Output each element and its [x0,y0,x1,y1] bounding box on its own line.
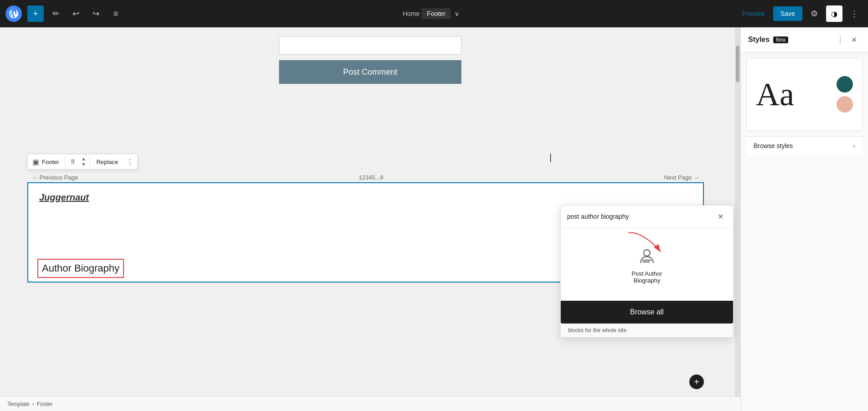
inserter-footer-note: blocks for the whole site. [561,324,733,337]
canvas-scrollbar[interactable] [735,27,740,411]
post-comment-section: Post Comment [0,27,740,84]
main-layout: Post Comment ▣ Footer ⠿ ▲ ▼ Replace [0,27,868,411]
toolbar: + ✏ ↩ ↪ ≡ Home Footer ∨ Preview Save ⚙ ◑… [0,0,868,27]
toolbar-right: Preview Save ⚙ ◑ ⋮ [738,5,863,22]
more-icon: ⋮ [850,9,858,19]
add-block-footer-button[interactable]: + [689,375,704,389]
breadcrumb-sep: › [32,401,34,407]
redo-button[interactable]: ↪ [88,5,104,22]
peach-color-dot [837,96,853,113]
comment-input[interactable] [279,36,461,55]
browse-styles-row[interactable]: Browse styles › [746,136,863,155]
move-up-down[interactable]: ▲ ▼ [80,155,88,168]
author-bio-highlight-box: Author Biography [37,259,124,278]
breadcrumb-chevron[interactable]: ∨ [455,10,459,17]
settings-button[interactable]: ⚙ [806,5,822,22]
footer-block-icon: ▣ [32,158,39,166]
inserter-search-input[interactable] [567,213,710,220]
block-inserter-popup: ✕ Post AuthorBiography [560,205,734,338]
scrollbar-thumb [736,46,739,82]
toolbar-divider-2 [89,155,90,168]
breadcrumb-center: Home Footer ∨ [128,8,734,19]
breadcrumb-template[interactable]: Template [7,401,30,407]
contrast-icon: ◑ [831,10,837,18]
beta-badge: Beta [773,36,788,43]
svg-point-0 [644,250,650,256]
styles-preview[interactable]: Aa [746,58,863,131]
wordpress-logo[interactable] [5,5,22,22]
block-type-indicator[interactable]: ▣ Footer [29,156,63,168]
replace-button[interactable]: Replace [92,157,123,167]
menu-button[interactable]: ≡ [108,5,124,22]
post-author-bio-icon [636,245,658,267]
save-button[interactable]: Save [773,6,802,21]
up-icon: ▲ [82,156,86,162]
block-label: Footer [42,159,59,165]
block-more-button[interactable]: ⋮ [124,156,136,168]
teal-color-dot [837,76,853,92]
styles-title: Styles [748,36,770,44]
pen-button[interactable]: ✏ [47,5,64,22]
undo-button[interactable]: ↩ [67,5,84,22]
pagination-row: ← Previous Page 12345...8 Next Page → [27,174,704,181]
post-author-bio-name[interactable]: Post AuthorBiography [631,270,662,284]
inserter-content: Post AuthorBiography [561,228,733,301]
block-toolbar: ▣ Footer ⠿ ▲ ▼ Replace ⋮ [27,154,138,170]
breadcrumb-footer-item[interactable]: Footer [37,401,53,407]
browse-styles-chevron: › [853,142,855,149]
browse-all-button[interactable]: Browse all [561,301,733,324]
cursor: | [549,152,554,159]
add-block-button[interactable]: + [27,5,44,22]
preview-button[interactable]: Preview [738,7,770,20]
inserter-footer-text: blocks for the whole site. [568,327,628,334]
drag-handle[interactable]: ⠿ [67,157,79,167]
pagination-numbers: 12345...8 [359,174,383,181]
breadcrumb-home[interactable]: Home [403,10,419,17]
styles-aa-text: Aa [756,78,794,111]
post-comment-button[interactable]: Post Comment [279,60,461,84]
add-icon: + [33,9,38,19]
post-comment-label: Post Comment [343,67,397,77]
author-bio-label: Author Biography [42,262,119,274]
breadcrumb-footer[interactable]: Footer [422,8,451,19]
menu-icon: ≡ [114,9,119,19]
styles-header: Styles Beta ⋮ ✕ [741,27,868,52]
redo-icon: ↪ [93,9,99,19]
browse-styles-label: Browse styles [754,142,793,149]
pagination-prev[interactable]: ← Previous Page [32,174,78,181]
inserter-close-button[interactable]: ✕ [714,210,727,223]
styles-panel: Styles Beta ⋮ ✕ Aa Browse styles › ✕ [740,27,868,411]
styles-more-button[interactable]: ⋮ [833,33,847,46]
drag-icon: ⠿ [71,159,75,165]
undo-icon: ↩ [72,9,79,19]
pen-icon: ✏ [52,9,59,19]
contrast-button[interactable]: ◑ [826,5,842,22]
inserter-search-row: ✕ [561,206,733,228]
toolbar-divider [65,155,65,168]
styles-color-dots [837,76,853,113]
bottom-breadcrumb: Template › Footer [0,396,740,411]
more-options-button[interactable]: ⋮ [846,5,863,22]
site-name[interactable]: Juggernaut [39,192,89,202]
styles-close-button[interactable]: ✕ [847,33,861,46]
settings-icon: ⚙ [811,9,818,19]
down-icon: ▼ [82,162,86,167]
pagination-next[interactable]: Next Page → [664,174,699,181]
